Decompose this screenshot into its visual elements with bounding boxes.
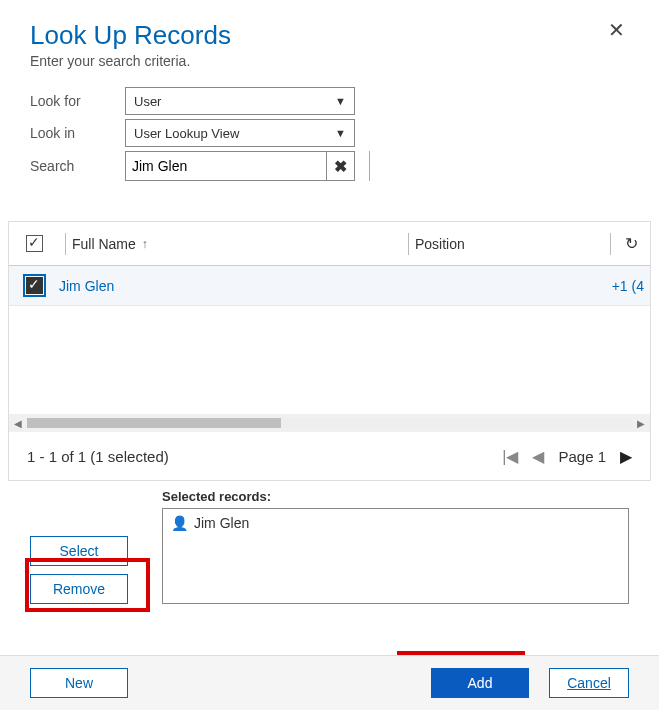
look-in-value: User Lookup View <box>134 126 239 141</box>
look-for-select[interactable]: User ▼ <box>125 87 355 115</box>
scrollbar-thumb[interactable] <box>27 418 281 428</box>
column-label: Position <box>415 236 465 252</box>
next-page-icon[interactable]: ▶ <box>620 447 632 466</box>
refresh-icon[interactable]: ↻ <box>625 234 638 253</box>
select-all-checkbox[interactable] <box>26 235 43 252</box>
page-label: Page 1 <box>558 448 606 465</box>
remove-button[interactable]: Remove <box>30 574 128 604</box>
divider <box>369 151 370 181</box>
results-grid: Full Name ↑ Position ↻ Jim Glen +1 (4 ◀ … <box>8 221 651 481</box>
column-label: Full Name <box>72 236 136 252</box>
sort-asc-icon: ↑ <box>142 237 148 251</box>
look-in-select[interactable]: User Lookup View ▼ <box>125 119 355 147</box>
chevron-down-icon: ▼ <box>335 127 346 139</box>
scroll-right-icon[interactable]: ▶ <box>632 418 650 429</box>
pager-status: 1 - 1 of 1 (1 selected) <box>27 448 502 465</box>
person-icon: 👤 <box>171 515 188 531</box>
search-label: Search <box>30 158 125 174</box>
new-button[interactable]: New <box>30 668 128 698</box>
search-input[interactable] <box>126 152 326 180</box>
clear-search-icon[interactable]: ✖ <box>326 152 354 180</box>
look-for-value: User <box>134 94 161 109</box>
dialog-title: Look Up Records <box>30 20 231 51</box>
row-phone: +1 (4 <box>499 278 650 294</box>
select-button[interactable]: Select <box>30 536 128 566</box>
first-page-icon[interactable]: |◀ <box>502 447 518 466</box>
table-row[interactable]: Jim Glen +1 (4 <box>9 266 650 306</box>
column-header-full-name[interactable]: Full Name ↑ <box>72 236 402 252</box>
chevron-down-icon: ▼ <box>335 95 346 107</box>
grid-empty-area <box>9 306 650 414</box>
selected-records-label: Selected records: <box>162 489 629 504</box>
row-checkbox[interactable] <box>26 277 43 294</box>
row-full-name[interactable]: Jim Glen <box>59 278 389 294</box>
selected-records-box[interactable]: 👤 Jim Glen <box>162 508 629 604</box>
look-for-label: Look for <box>30 93 125 109</box>
look-in-label: Look in <box>30 125 125 141</box>
add-button[interactable]: Add <box>431 668 529 698</box>
close-icon[interactable]: ✕ <box>604 20 629 40</box>
prev-page-icon[interactable]: ◀ <box>532 447 544 466</box>
column-header-position[interactable]: Position <box>415 236 525 252</box>
dialog-subtitle: Enter your search criteria. <box>30 53 231 69</box>
selected-record-item[interactable]: 👤 Jim Glen <box>171 515 620 531</box>
cancel-button[interactable]: Cancel <box>549 668 629 698</box>
selected-item-name: Jim Glen <box>194 515 249 531</box>
scroll-left-icon[interactable]: ◀ <box>9 418 27 429</box>
horizontal-scrollbar[interactable]: ◀ ▶ <box>9 414 650 432</box>
